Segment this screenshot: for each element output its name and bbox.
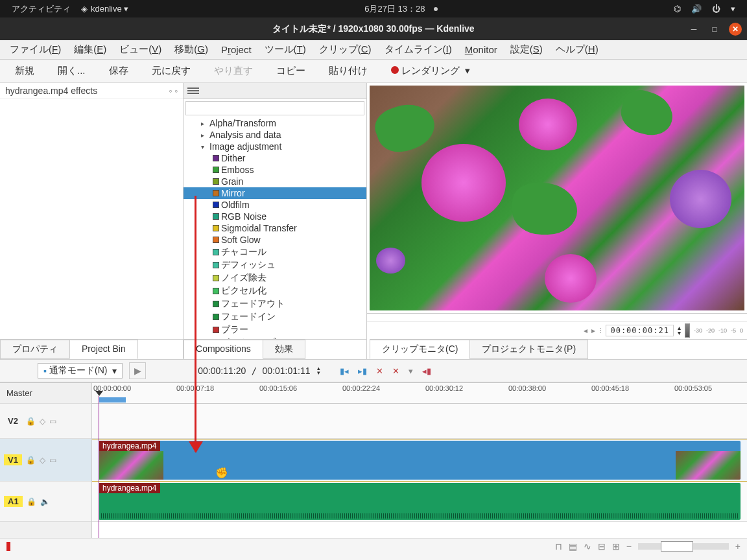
monitor-timecode[interactable]: 00:00:00:21 [606,325,673,336]
menu-settings[interactable]: 設定(S) [504,41,549,58]
hide-icon[interactable]: ▭ [49,417,56,426]
play-button[interactable]: ▶ [129,362,146,379]
effects-tree[interactable]: ▸Alpha/Transform ▸Analysis and data ▾Ima… [184,117,366,339]
minimize-button[interactable]: ─ [687,23,700,36]
timeline-tracks[interactable]: 00:00:00:00 00:00:07:18 00:00:15:06 00:0… [92,383,747,538]
save-button[interactable]: 保存 [97,62,140,80]
tab-project-monitor[interactable]: プロジェクトモニタ(P) [469,340,588,359]
redo-button[interactable]: やり直す [202,62,265,80]
system-menu-icon[interactable]: ▾ [726,4,741,14]
close-button[interactable]: ✕ [729,23,742,36]
hide-icon[interactable]: ▭ [49,456,56,465]
zone-in-icon[interactable]: ▮◂ [340,366,349,376]
effect-grain[interactable]: Grain [184,176,366,187]
render-button[interactable]: レンダリング ▾ [379,62,482,80]
paste-button[interactable]: 貼り付け [317,62,379,80]
effect-blur[interactable]: ブラー [184,323,366,336]
mute-icon[interactable]: 🔈 [40,497,50,506]
tab-project-bin[interactable]: Project Bin [69,340,138,359]
master-track-header[interactable]: Master [0,383,91,404]
zoom-out-icon[interactable]: − [626,541,632,552]
menu-tool[interactable]: ツール(T) [258,41,313,58]
track-header-v1[interactable]: V1 🔒◇▭ [0,439,91,482]
effect-pixelize[interactable]: ピクセル化 [184,285,366,298]
mute-icon[interactable]: ◇ [40,456,45,465]
lock-icon[interactable]: 🔒 [27,497,36,506]
lock-icon[interactable]: 🔒 [26,456,36,465]
tags-icon[interactable]: ⊞ [612,541,620,552]
menu-clip[interactable]: クリップ(C) [313,41,378,58]
timecode-stepper-icon[interactable]: ▴▾ [678,325,681,336]
menu-move[interactable]: 移動(G) [168,41,215,58]
track-v2[interactable] [92,404,747,439]
effects-search-input[interactable] [185,101,364,115]
clock[interactable]: 6月27日 13：28 [359,3,443,15]
hamburger-icon[interactable] [187,88,199,94]
monitor-ruler[interactable] [367,313,747,321]
volume-icon[interactable]: 🔊 [686,4,707,14]
panel-close-icon[interactable]: ◦ ◦ [169,86,178,96]
zone-out-icon[interactable]: ▸▮ [358,366,367,376]
effect-fadeout[interactable]: フェードアウト [184,298,366,310]
activities-button[interactable]: アクティビティ [6,3,76,15]
markers-icon[interactable]: ⊟ [598,541,606,552]
mute-icon[interactable]: ◇ [40,417,45,426]
effect-fadein[interactable]: フェードイン [184,310,366,323]
track-v1[interactable]: hydrangea.mp4 [92,439,747,482]
menu-help[interactable]: ヘルプ(H) [549,41,605,58]
edit-mode-select[interactable]: ▪通常モード(N) ▾ [38,363,123,379]
clip-video-hydrangea[interactable]: hydrangea.mp4 [99,441,741,480]
zoom-in-icon[interactable]: + [735,541,741,552]
playhead[interactable] [99,396,99,538]
power-icon[interactable]: ⏻ [707,4,726,14]
effect-rgb-noise[interactable]: RGB Noise [184,211,366,222]
maximize-button[interactable]: □ [708,23,721,36]
menu-file[interactable]: ファイル(F) [3,41,67,58]
effect-emboss[interactable]: Emboss [184,164,366,176]
effect-denoise[interactable]: ノイズ除去 [184,272,366,285]
tool-dropdown-icon[interactable]: ▾ [409,366,413,376]
delete-icon[interactable]: ✕ [376,366,383,376]
monitor-more-icon[interactable]: ⁝ [599,326,602,335]
track-a1[interactable]: hydrangea.mp4 [92,482,747,522]
app-menu[interactable]: ◈ kdenlive ▾ [76,4,134,14]
network-icon[interactable]: ⌬ [669,4,686,14]
open-button[interactable]: 開く... [46,62,97,80]
menu-project[interactable]: Project [215,41,258,58]
timeline-ruler[interactable]: 00:00:00:00 00:00:07:18 00:00:15:06 00:0… [92,383,747,404]
tab-compositions[interactable]: CCompositionsompositions [184,340,263,359]
tc-stepper-icon[interactable]: ▴▾ [317,366,320,375]
menu-view[interactable]: ビュー(V) [113,41,168,58]
effect-charcoal[interactable]: チャコール [184,246,366,259]
preview-viewport[interactable] [370,86,744,310]
category-analysis-data[interactable]: ▸Analysis and data [184,129,366,141]
effect-sigmoidal[interactable]: Sigmoidal Transfer [184,222,366,234]
waveform-icon[interactable]: ∿ [584,541,591,552]
delete2-icon[interactable]: ✕ [392,366,399,376]
tab-effects[interactable]: 効果 [263,340,305,359]
thumbs-icon[interactable]: ▤ [569,541,577,552]
snap-icon[interactable]: ⊓ [555,541,562,552]
effect-mirror[interactable]: Mirror [184,187,366,199]
tab-properties[interactable]: プロパティ [0,340,70,359]
copy-button[interactable]: コピー [265,62,317,80]
zone-indicator[interactable] [99,397,126,402]
menu-edit[interactable]: 編集(E) [67,41,113,58]
new-button[interactable]: 新規 [3,62,46,80]
effect-oldfilm[interactable]: Oldfilm [184,199,366,211]
monitor-prev-icon[interactable]: ◂ [584,326,587,335]
undo-button[interactable]: 元に戻す [140,62,202,80]
category-image-adjustment[interactable]: ▾Image adjustment [184,141,366,152]
monitor-next-icon[interactable]: ▸ [591,326,595,335]
menu-timeline[interactable]: タイムライン(I) [378,41,458,58]
menu-monitor[interactable]: Monitor [458,41,504,58]
zoom-slider[interactable] [638,543,729,550]
tab-clip-monitor[interactable]: クリップモニタ(C) [370,340,470,359]
marker-icon[interactable]: ◂▮ [422,366,431,376]
category-alpha-transform[interactable]: ▸Alpha/Transform [184,117,366,129]
lock-icon[interactable]: 🔒 [26,417,36,426]
effect-defish[interactable]: デフィッシュ [184,259,366,272]
track-header-v2[interactable]: V2 🔒◇▭ [0,404,91,439]
track-header-a1[interactable]: A1 🔒🔈 [0,482,91,522]
effect-soft-glow[interactable]: Soft Glow [184,234,366,246]
